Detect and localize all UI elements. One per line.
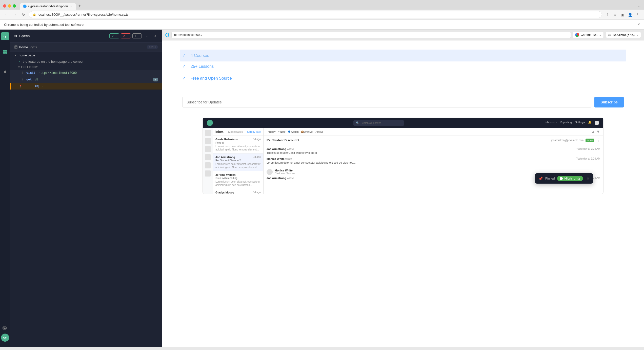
maximize-traffic-light[interactable] [13,4,16,8]
close-traffic-light[interactable] [3,4,6,8]
preview-url-bar: 🌐 Chrome 103 ⌄ ▭ 1000x660 (67%) ⌄ [162,30,644,40]
chatwoot-app-preview: 🔍 Search all inboxes Inboxes ▾ Reporting… [203,118,603,194]
subscribe-button[interactable]: Subscribe [594,97,624,107]
browser-title-bar: 🌐 cypress-realworld-testing-cou × + ⌄ [0,0,644,10]
sidebar-icon-2[interactable] [205,138,211,144]
share-button[interactable]: ⇧ [604,11,611,18]
nav-avatar[interactable] [595,121,599,125]
run-icon: ○ [135,34,136,38]
preview-joe: Lorem ipsum dolor sit amet, consectetur … [215,162,261,169]
banner-close-button[interactable]: × [638,22,640,27]
website-preview: ✓ 4 Courses ✓ 25+ Lessons ✓ Free and Ope… [162,40,644,347]
down-button[interactable]: ▼ [596,129,600,134]
sidebar-icon-6[interactable] [205,170,211,177]
new-tab-button[interactable]: + [76,2,83,10]
highlights-toggle[interactable]: Highlights [557,176,583,181]
tab-close-button[interactable]: × [69,5,73,8]
code-line-eq[interactable]: 📍 -eq 0 [10,83,162,90]
inbox-item-jerome[interactable]: Jerome Warren Issue with reporting Lorem… [213,171,263,189]
inbox-item-gladys[interactable]: Gladys Mccoy 1d ago Email not working Lo… [213,189,263,194]
viewport-select-dropdown[interactable]: ▭ 1000x660 (67%) ⌄ [606,32,641,38]
up-button[interactable]: ▲ [591,129,595,134]
sidebar-icon-1[interactable] [205,130,211,136]
sidebar-item-keyboard[interactable] [1,324,8,332]
sender-name-gloria: Gloria Robertson [215,138,238,141]
svg-rect-6 [4,63,6,63]
profile-button[interactable]: 👤 [627,11,633,18]
browser-name-label: Chrome 103 [581,33,597,37]
assign-label: Assign [291,130,299,133]
subscribe-section: Subscribe [162,94,644,118]
msg-text-monica: Lorem ipsum dolor sit amet consectetur a… [267,161,600,165]
sidebar-item-settings[interactable] [2,69,9,76]
svg-rect-0 [3,50,5,52]
conversation-actions: joearmstrong@example.com Open ⋮ [551,138,600,143]
globe-icon: 🌐 [165,33,169,37]
security-lock-icon: 🔒 [33,13,36,16]
svg-rect-1 [5,50,7,52]
active-tab[interactable]: 🌐 cypress-realworld-testing-cou × [20,3,76,10]
assign-button[interactable]: 👤 Assign [288,130,299,133]
sidebar-icon-3[interactable] [205,146,211,152]
nav-notifications[interactable]: 🔔 [588,121,592,125]
file-main-name: home [19,45,28,49]
nav-reporting[interactable]: Reporting [560,121,572,125]
chevron-down-icon: ▾ [18,65,21,69]
note-button[interactable]: ✏ Note [278,130,286,133]
highlights-label-text: Highlights [564,177,580,180]
viewport-icon: ▭ [608,33,611,37]
refresh-button[interactable]: ↺ [151,33,158,39]
menu-button[interactable]: ⋮ [634,11,641,18]
more-options-icon[interactable]: ⋮ [596,138,600,143]
browser-select-dropdown[interactable]: Chrome 103 ⌄ [573,32,604,38]
subscribe-email-input[interactable] [182,97,591,107]
msg-sender-monica: Monica White wrote [267,157,292,160]
pass-badge: ✓ 1 [109,33,119,38]
traffic-lights [3,4,16,8]
test-case-item[interactable]: ✓ the features on the homepage are corre… [10,59,162,64]
sidebar-item-dashboard[interactable] [2,48,9,55]
code-line-1[interactable]: 1 visit http://localhost:3000 [10,70,162,76]
svg-rect-5 [4,62,6,62]
chrome-browser-icon [575,33,579,37]
test-suite-header[interactable]: ▼ home page [10,52,162,59]
address-bar[interactable]: 🔒 localhost:3000/__/#/specs/runner?file=… [29,11,602,18]
inbox-item-joe[interactable]: Joe Armstrong 1d ago Re: Student Discoun… [213,154,263,171]
chatwoot-search-bar[interactable]: 🔍 Search all inboxes [353,120,404,126]
highlights-close-button[interactable]: ✕ [587,177,590,181]
cypress-bottom-logo[interactable]: cy [1,334,9,342]
archive-button[interactable]: 📦 Archive [301,130,313,133]
back-button[interactable]: ← [3,11,10,18]
extensions-button[interactable]: ▣ [619,11,626,18]
panel-title: ⇒ Specs [14,34,30,38]
sidebar-icon-5[interactable] [205,162,211,168]
bookmark-button[interactable]: ☆ [612,11,618,18]
cypress-logo[interactable]: cy [1,32,9,40]
nav-inboxes[interactable]: Inboxes ▾ [545,121,557,125]
sidebar-icon-4[interactable] [205,154,211,160]
fail-icon: ✕ [123,34,126,38]
search-placeholder: Search all inboxes [360,122,381,124]
sidebar-item-specs[interactable] [2,58,9,65]
preview-url-input[interactable] [171,32,571,38]
sender-name-gladys: Gladys Mccoy [215,191,234,194]
inbox-item-gloria[interactable]: Gloria Robertson 1d ago Refund Lorem ips… [213,136,263,154]
nav-settings[interactable]: Settings [575,121,585,125]
reply-button[interactable]: ↩ Reply [267,130,276,133]
search-icon: 🔍 [356,121,359,125]
test-pass-icon: ✓ [18,60,21,63]
open-status-badge: Open [586,139,594,142]
sort-by-date[interactable]: Sort by date [247,130,261,133]
viewport-size-label: 1000x660 (67%) [612,33,635,37]
tab-bar: 🌐 cypress-realworld-testing-cou × + [20,2,636,10]
svg-rect-11 [6,327,6,328]
code-line-2[interactable]: 2 get dt 3 [10,76,162,83]
note-icon: ✏ [278,130,280,133]
forward-button[interactable]: → [12,11,18,18]
filter-dropdown-button[interactable]: ⌄ [143,33,150,39]
highlights-popup[interactable]: 📌 Pinned Highlights ✕ [535,173,593,184]
window-expand-button[interactable]: ⌄ [638,4,641,8]
minimize-traffic-light[interactable] [8,4,11,8]
move-button[interactable]: ↗ Move [315,130,323,133]
reload-button[interactable]: ↻ [20,11,27,18]
